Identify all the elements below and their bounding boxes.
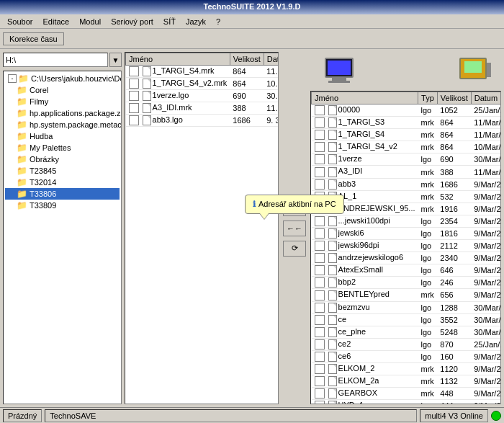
file-checkbox[interactable] [315, 130, 325, 140]
file-checkbox[interactable] [315, 216, 325, 226]
tree-item-filmy[interactable]: 📁 Filmy [5, 96, 120, 107]
tree-item-hp1[interactable]: 📁 hp.applications.package.z [5, 107, 120, 119]
table-row[interactable]: A3_IDI.mrk 388 11. 3. 2016 0:57:47 [126, 102, 279, 115]
tree-item-docs[interactable]: - 📁 C:\Users\jakub.houzvic\Docu... [5, 73, 120, 84]
menu-modul[interactable]: Modul [75, 17, 105, 27]
table-row[interactable]: 1verze lgo 690 30/Mar/2016 13:54:17 [312, 153, 501, 166]
col-datum-right[interactable]: Datum [471, 92, 500, 104]
table-row[interactable]: HYD_1 lgo 444 9/Mar/2016 09:37:14 [312, 400, 501, 404]
menu-jazyk[interactable]: Jazyk [181, 17, 210, 27]
file-checkbox[interactable] [315, 327, 325, 337]
table-row[interactable]: ce6 lgo 160 9/Mar/2016 09:37:11 [312, 350, 501, 362]
col-datum-left[interactable]: Datum [264, 53, 278, 66]
file-checkbox[interactable] [315, 241, 325, 251]
tree-panel[interactable]: - 📁 C:\Users\jakub.houzvic\Docu... 📁 Cor… [3, 71, 122, 404]
address-input[interactable] [3, 53, 108, 67]
col-velikost-left[interactable]: Velikost [230, 53, 264, 66]
table-row[interactable]: abb3.lgo 1686 9. 3. 2016 9:37:11 [126, 115, 279, 127]
table-row[interactable]: 1_TARGI_S4.mrk 864 11. 3. 2016 9:45:26 [126, 66, 279, 78]
tree-item-t33809[interactable]: 📁 T33809 [5, 200, 120, 211]
file-checkbox[interactable] [315, 315, 325, 325]
menu-sit[interactable]: SÍŤ [159, 17, 180, 27]
file-type-cell: mrk [418, 375, 438, 388]
file-checkbox[interactable] [315, 388, 325, 398]
table-row[interactable]: ELKOM_2 mrk 1120 9/Mar/2016 09:37:13 [312, 362, 501, 375]
file-size-cell: 448 [437, 388, 471, 400]
col-jmeno-left[interactable]: Jméno [126, 53, 230, 66]
pc-screen [328, 61, 351, 75]
sync-button[interactable]: ⟳ [283, 241, 306, 257]
left-file-scrollable[interactable]: Jméno Velikost Datum 1_TARGI_S4.mrk 864 … [125, 53, 278, 404]
file-type-cell: lgo [418, 326, 438, 338]
file-checkbox[interactable] [315, 154, 325, 164]
file-checkbox[interactable] [129, 115, 139, 125]
file-checkbox[interactable] [129, 91, 139, 101]
table-row[interactable]: ...jewski100dpi lgo 2354 9/Mar/2016 09:3… [312, 215, 501, 227]
col-jmeno-right[interactable]: Jméno [312, 92, 418, 104]
file-checkbox[interactable] [315, 265, 325, 275]
right-file-scrollable[interactable]: Jméno Typ Velikost Datum 00000 lgo 1052 … [311, 92, 500, 404]
tree-item-palettes[interactable]: 📁 My Palettes [5, 142, 120, 153]
tree-expander[interactable]: - [8, 74, 17, 83]
table-row[interactable]: A3_IDI mrk 388 11/Mar/2016 08:57:47 [312, 166, 501, 178]
menu-help[interactable]: ? [212, 17, 225, 27]
table-row[interactable]: GEARBOX mrk 448 9/Mar/2016 09:37:13 [312, 388, 501, 400]
file-size-cell: 1132 [437, 375, 471, 388]
table-row[interactable]: jewski6 lgo 1816 9/Mar/2016 09:37:11 [312, 227, 501, 239]
file-checkbox[interactable] [315, 167, 325, 177]
file-checkbox[interactable] [315, 142, 325, 152]
table-row[interactable]: ce2 lgo 870 25/Jan/2016 13:54:54 [312, 338, 501, 350]
file-checkbox[interactable] [129, 66, 139, 76]
table-row[interactable]: 1verze.lgo 690 30. 3. 2016 13:54:17 [126, 90, 279, 102]
file-checkbox[interactable] [315, 352, 325, 362]
tree-item-corel[interactable]: 📁 Corel [5, 84, 120, 96]
file-checkbox[interactable] [129, 79, 139, 89]
tree-item-hp2[interactable]: 📁 hp.system.package.metac [5, 119, 120, 130]
tree-item-t32014[interactable]: 📁 T32014 [5, 177, 120, 188]
file-checkbox[interactable] [315, 253, 325, 263]
file-size-cell: 870 [437, 338, 471, 350]
col-typ-right[interactable]: Typ [418, 92, 438, 104]
file-checkbox[interactable] [315, 117, 325, 128]
menu-seriovy[interactable]: Seriový port [107, 17, 158, 27]
col-velikost-right[interactable]: Velikost [437, 92, 471, 104]
table-row[interactable]: BENTLEYpred mrk 656 9/Mar/2016 09:37:11 [312, 289, 501, 301]
table-row[interactable]: bbp2 lgo 246 9/Mar/2016 09:37:11 [312, 277, 501, 289]
menu-editace[interactable]: Editace [38, 17, 73, 27]
menu-soubor[interactable]: Soubor [3, 17, 37, 27]
table-row[interactable]: ce_plne lgo 5248 30/Mar/2016 13:54:18 [312, 326, 501, 338]
file-checkbox[interactable] [315, 376, 325, 386]
table-row[interactable]: ELKOM_2a mrk 1132 9/Mar/2016 16:11:39 [312, 375, 501, 388]
table-row[interactable]: jewski96dpi lgo 2112 9/Mar/2016 09:37:11 [312, 240, 501, 252]
table-row[interactable]: 1_TARGI_S4_v2 mrk 864 10/Mar/2016 10:40:… [312, 141, 501, 153]
tree-item-obrazky[interactable]: 📁 Obrázky [5, 153, 120, 165]
file-date-cell: 9/Mar/2016 09:37:11 [471, 277, 500, 289]
table-row[interactable]: 1_TARGI_S3 mrk 864 11/Mar/2016 09:57:45 [312, 117, 501, 129]
tree-item-t23845[interactable]: 📁 T23845 [5, 165, 120, 177]
table-row[interactable]: bezmzvu lgo 1288 30/Mar/2016 13:54:18 [312, 301, 501, 313]
transfer-left-button[interactable]: ←← [283, 221, 306, 236]
table-row[interactable]: andrzejewskilogo6 lgo 2340 9/Mar/2016 09… [312, 252, 501, 264]
tree-item-hudba[interactable]: 📁 Hudba [5, 130, 120, 142]
table-row[interactable]: ce lgo 3552 30/Mar/2016 13:54:18 [312, 313, 501, 326]
file-checkbox[interactable] [315, 364, 325, 374]
file-size-cell: 864 [437, 117, 471, 129]
table-row[interactable]: AtexExSmall lgo 646 9/Mar/2016 09:37:11 [312, 264, 501, 277]
file-checkbox[interactable] [315, 105, 325, 115]
table-row[interactable]: 1_TARGI_S4_v2.mrk 864 10. 3. 2016 10:40:… [126, 78, 279, 90]
file-checkbox[interactable] [315, 303, 325, 313]
file-checkbox[interactable] [315, 277, 325, 288]
table-row[interactable]: abb3 mrk 1686 9/Mar/2016 09:37:13 [312, 178, 501, 190]
address-dropdown-button[interactable]: ▼ [109, 53, 122, 67]
table-row[interactable]: 1_TARGI_S4 mrk 864 11/Mar/2016 09:45:26 [312, 129, 501, 141]
device-body [459, 58, 487, 79]
tree-item-t33806[interactable]: 📁 T33806 [5, 188, 120, 200]
korekce-button[interactable]: Korekce času [3, 32, 64, 45]
file-checkbox[interactable] [129, 103, 139, 113]
file-checkbox[interactable] [315, 401, 325, 404]
table-row[interactable]: 00000 lgo 1052 25/Jan/2016 13:54:54 [312, 104, 501, 117]
file-checkbox[interactable] [315, 339, 325, 349]
file-checkbox[interactable] [315, 179, 325, 190]
file-checkbox[interactable] [315, 228, 325, 239]
file-checkbox[interactable] [315, 290, 325, 300]
